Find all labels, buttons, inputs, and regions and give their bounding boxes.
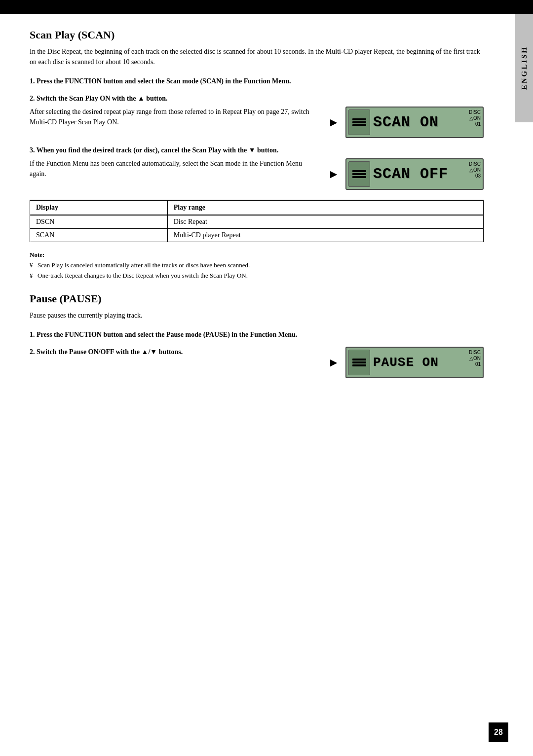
display-table: Display Play range DSCN Disc Repeat SCAN… [30,200,484,242]
icon-line9 [352,364,366,366]
pause-step2-content: 2. Switch the Pause ON/OFF with the ▲/▼ … [30,347,484,378]
pause-step2: 2. Switch the Pause ON/OFF with the ▲/▼ … [30,347,484,378]
note-item-1: Scan Play is canceled automatically afte… [30,260,484,271]
scan-step1-title: 1. Press the FUNCTION button and select … [30,76,484,86]
pause-step2-display-area: ► PAUSE ON DISC △ON 01 [328,347,484,378]
section-scan-play: Scan Play (SCAN) In the Disc Repeat, the… [30,29,484,281]
on-label: △ON [469,115,481,121]
pause-step1: 1. Press the FUNCTION button and select … [30,329,484,340]
scan-step3-title: 3. When you find the desired track (or d… [30,145,484,155]
scan-step2-title: 2. Switch the Scan Play ON with the ▲ bu… [30,93,484,104]
table-col1-header: Display [30,200,168,215]
table-cell-multicd-repeat: Multi-CD player Repeat [167,229,483,242]
table-cell-disc-repeat: Disc Repeat [167,215,483,229]
main-content: Scan Play (SCAN) In the Disc Repeat, the… [0,14,533,405]
disc-num: 01 [469,121,481,127]
scan-on-display: SCAN ON DISC △ON 01 [345,107,484,138]
top-bar [0,0,533,14]
pause-step2-title-text: 2. Switch the Pause ON/OFF with the ▲/▼ … [30,347,318,357]
scan-off-disc-info: DISC △ON 03 [469,161,481,179]
on-label3: △ON [469,356,481,361]
table-cell-scan: SCAN [30,229,168,242]
table-cell-dscn: DSCN [30,215,168,229]
scan-off-display: SCAN OFF DISC △ON 03 [345,158,484,190]
scan-step3-content: If the Function Menu has been canceled a… [30,158,484,190]
note-item-2: One-track Repeat changes to the Disc Rep… [30,271,484,281]
scan-on-text: SCAN ON [373,114,439,131]
arrow-icon: ► [328,116,340,129]
side-tab: ENGLISH [515,14,533,122]
display-icon-box2 [348,161,370,187]
scan-step3-text: If the Function Menu has been canceled a… [30,158,318,179]
pause-step1-title: 1. Press the FUNCTION button and select … [30,329,484,340]
icon-line7 [352,359,366,360]
icon-line1 [352,118,366,120]
arrow-icon3: ► [328,356,340,369]
pause-step2-label: 2. Switch the Pause ON/OFF with the ▲/▼ … [30,348,183,356]
disc-label3: DISC [469,350,481,356]
arrow-icon2: ► [328,168,340,181]
page-number: 28 [489,722,508,742]
scan-step2-display-area: ► SCAN ON DISC △ON 01 [328,107,484,138]
pause-heading: Pause (PAUSE) [30,292,484,305]
table-row: DSCN Disc Repeat [30,215,484,229]
pause-on-disc-info: DISC △ON 01 [469,350,481,367]
disc-label: DISC [469,109,481,115]
table-row: SCAN Multi-CD player Repeat [30,229,484,242]
scan-step2-content: After selecting the desired repeat play … [30,107,484,138]
scan-play-heading: Scan Play (SCAN) [30,29,484,41]
scan-off-text: SCAN OFF [373,166,448,182]
disc-label2: DISC [469,161,481,167]
note-title: Note: [30,250,484,260]
icon-line5 [352,173,366,175]
note-section: Note: Scan Play is canceled automaticall… [30,250,484,281]
scan-step3: 3. When you find the desired track (or d… [30,145,484,190]
scan-step2-text: After selecting the desired repeat play … [30,107,318,127]
disc-num3: 01 [469,361,481,367]
icon-line6 [352,176,366,178]
icon-line2 [352,121,366,123]
pause-on-text: PAUSE ON [373,355,439,370]
table-col2-header: Play range [167,200,483,215]
section-pause: Pause (PAUSE) Pause pauses the currently… [30,292,484,378]
scan-step2: 2. Switch the Scan Play ON with the ▲ bu… [30,93,484,138]
scan-step1: 1. Press the FUNCTION button and select … [30,76,484,86]
icon-line4 [352,170,366,172]
display-icon-box3 [348,350,370,375]
display-icon-box [348,109,370,135]
side-tab-label: ENGLISH [520,46,529,90]
icon-line3 [352,124,366,126]
icon-line8 [352,361,366,363]
table-header-row: Display Play range [30,200,484,215]
disc-num2: 03 [469,173,481,179]
scan-step3-display-area: ► SCAN OFF DISC △ON 03 [328,158,484,190]
scan-on-disc-info: DISC △ON 01 [469,109,481,127]
on-label2: △ON [469,167,481,173]
pause-on-display: PAUSE ON DISC △ON 01 [345,347,484,378]
pause-intro: Pause pauses the currently playing track… [30,310,484,321]
scan-play-intro: In the Disc Repeat, the beginning of eac… [30,46,484,67]
